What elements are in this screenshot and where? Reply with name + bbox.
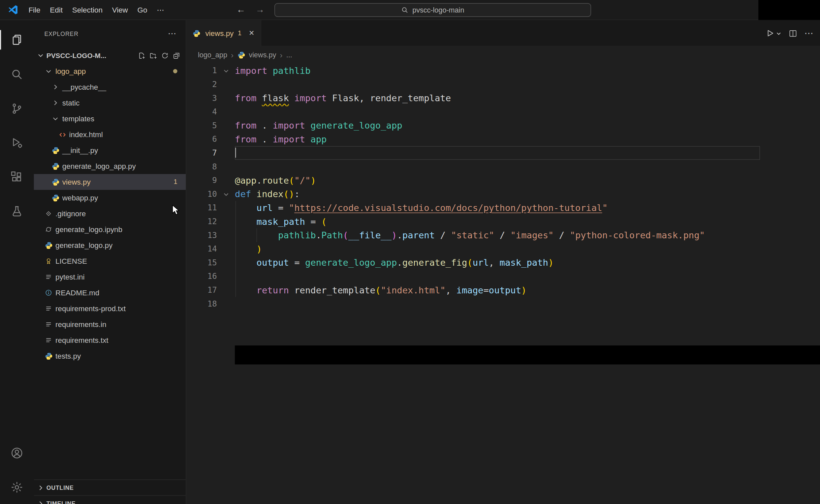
fold-chevron-icon[interactable] — [217, 187, 235, 201]
tree-item-generate_logo_app.py[interactable]: generate_logo_app.py — [34, 158, 186, 174]
menu-selection[interactable]: Selection — [67, 3, 107, 16]
new-file-button[interactable] — [138, 51, 146, 59]
tree-item-__pycache__[interactable]: __pycache__ — [34, 79, 186, 95]
tree-item-pytest.ini[interactable]: pytest.ini — [34, 269, 186, 285]
tree-item-label: pytest.ini — [55, 273, 84, 281]
forward-arrow-button[interactable]: → — [255, 0, 264, 20]
python-icon — [45, 241, 55, 249]
code-line-8[interactable]: 8 — [186, 160, 820, 174]
tree-item-tests.py[interactable]: tests.py — [34, 348, 186, 364]
new-folder-button[interactable] — [149, 51, 157, 59]
activity-explorer-icon[interactable] — [0, 23, 34, 57]
code-line-18[interactable]: 18 — [186, 297, 820, 311]
code-line-13[interactable]: 13 pathlib.Path(__file__).parent / "stat… — [186, 228, 820, 242]
code-editor[interactable]: 1import pathlib23from flask import Flask… — [186, 64, 820, 504]
code-line-3[interactable]: 3from flask import Flask, render_templat… — [186, 91, 820, 105]
code-line-7[interactable]: 7 — [186, 146, 820, 160]
tree-item-__init__.py[interactable]: __init__.py — [34, 142, 186, 158]
tree-item-generate_logo.ipynb[interactable]: generate_logo.ipynb — [34, 222, 186, 237]
code-line-15[interactable]: 15 output = generate_logo_app.generate_f… — [186, 256, 820, 270]
tab-views-py[interactable]: views.py 1 × — [186, 20, 261, 46]
vscode-logo-icon — [7, 4, 18, 15]
more-actions-icon[interactable]: ⋯ — [804, 28, 814, 39]
activity-run-debug-icon[interactable] — [0, 126, 34, 160]
tree-item-label: __pycache__ — [62, 83, 106, 91]
command-center-search[interactable]: pvscc-logo-main — [274, 3, 591, 17]
close-tab-icon[interactable]: × — [249, 30, 254, 37]
tree-item-README.md[interactable]: README.md — [34, 285, 186, 301]
outline-section-header[interactable]: OUTLINE — [34, 479, 186, 495]
text-icon — [45, 321, 55, 328]
tree-item-label: index.html — [69, 130, 103, 139]
line-number: 11 — [186, 201, 217, 215]
tree-item-.gitignore[interactable]: .gitignore — [34, 206, 186, 222]
code-text: pathlib.Path(__file__).parent / "static"… — [235, 228, 705, 242]
code-line-1[interactable]: 1import pathlib — [186, 64, 820, 78]
license-icon — [45, 257, 55, 265]
tree-item-LICENSE[interactable]: LICENSE — [34, 253, 186, 269]
activity-account-icon[interactable] — [0, 436, 34, 470]
modified-dot-badge — [173, 69, 177, 74]
tree-item-label: README.md — [55, 288, 99, 297]
fold-chevron-icon[interactable] — [217, 64, 235, 78]
fold-gutter — [217, 146, 235, 160]
chevron-right-icon — [37, 484, 46, 491]
git-icon — [45, 210, 55, 217]
notebook-icon — [45, 226, 55, 233]
python-icon — [52, 146, 62, 154]
activity-extensions-icon[interactable] — [0, 160, 34, 194]
code-line-4[interactable]: 4 — [186, 105, 820, 119]
back-arrow-button[interactable]: ← — [236, 0, 245, 20]
tree-item-label: static — [62, 99, 79, 107]
breadcrumb-item-views.py[interactable]: views.py — [249, 51, 276, 59]
activity-bar-bottom — [0, 436, 34, 504]
tree-item-index.html[interactable]: index.html — [34, 127, 186, 142]
tree-item-requirements.txt[interactable]: requirements.txt — [34, 332, 186, 348]
activity-bar-top — [0, 20, 34, 228]
code-line-16[interactable]: 16 — [186, 270, 820, 283]
run-python-file-button[interactable] — [765, 28, 782, 38]
text-icon — [45, 305, 55, 312]
code-line-14[interactable]: 14 ) — [186, 242, 820, 256]
command-center-text: pvscc-logo-main — [412, 6, 464, 14]
tree-item-views.py[interactable]: views.py1 — [34, 174, 186, 190]
problems-count-badge: 1 — [173, 178, 177, 186]
breadcrumb-item-...[interactable]: ... — [286, 51, 292, 59]
split-editor-button[interactable] — [788, 29, 797, 38]
explorer-header: EXPLORER ⋯ — [34, 20, 186, 47]
code-line-9[interactable]: 9@app.route("/") — [186, 173, 820, 187]
breadcrumb-item-logo_app[interactable]: logo_app — [198, 51, 227, 59]
tree-item-webapp.py[interactable]: webapp.py — [34, 190, 186, 206]
tree-item-static[interactable]: static — [34, 95, 186, 111]
timeline-section-header[interactable]: TIMELINE — [34, 495, 186, 504]
tree-item-root-folder[interactable]: PVSCC-LOGO-M... — [34, 47, 186, 63]
activity-settings-icon[interactable] — [0, 470, 34, 504]
editor-redaction — [235, 345, 820, 365]
code-line-6[interactable]: 6from . import app — [186, 133, 820, 146]
tree-item-logo_app[interactable]: logo_app — [34, 63, 186, 79]
tree-item-generate_logo.py[interactable]: generate_logo.py — [34, 237, 186, 253]
menu-edit[interactable]: Edit — [45, 3, 67, 16]
activity-search-icon[interactable] — [0, 57, 34, 91]
code-line-11[interactable]: 11 url = "https://code.visualstudio.com/… — [186, 201, 820, 215]
code-line-2[interactable]: 2 — [186, 77, 820, 91]
menu-view[interactable]: View — [107, 3, 133, 16]
vscode-window: FileEditSelectionViewGo⋯ ← → pvscc-logo-… — [0, 0, 820, 504]
explorer-more-actions-icon[interactable]: ⋯ — [168, 31, 176, 36]
collapse-all-button[interactable] — [172, 51, 180, 59]
code-line-5[interactable]: 5from . import generate_logo_app — [186, 119, 820, 133]
refresh-button[interactable] — [161, 51, 169, 59]
fold-gutter — [217, 91, 235, 105]
activity-source-control-icon[interactable] — [0, 91, 34, 126]
code-line-17[interactable]: 17 return render_template("index.html", … — [186, 283, 820, 297]
tree-item-requirements.in[interactable]: requirements.in — [34, 316, 186, 332]
code-line-10[interactable]: 10def index(): — [186, 187, 820, 201]
tree-item-requirements-prod.txt[interactable]: requirements-prod.txt — [34, 301, 186, 316]
menu-go[interactable]: Go — [133, 3, 152, 16]
tree-item-templates[interactable]: templates — [34, 111, 186, 127]
root-folder-label: PVSCC-LOGO-M... — [46, 51, 106, 59]
menu-file[interactable]: File — [24, 3, 45, 16]
activity-testing-icon[interactable] — [0, 194, 34, 228]
menu-more-icon[interactable]: ⋯ — [152, 3, 169, 16]
code-line-12[interactable]: 12 mask_path = ( — [186, 215, 820, 228]
